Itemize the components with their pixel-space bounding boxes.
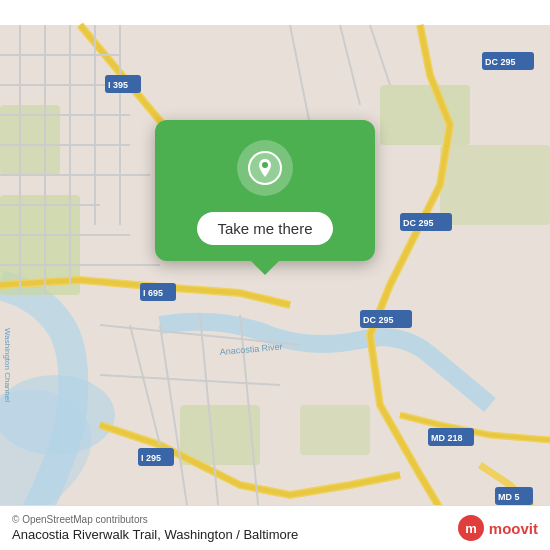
svg-text:I 295: I 295 xyxy=(141,453,161,463)
svg-text:I 695: I 695 xyxy=(143,288,163,298)
popup-card: Take me there xyxy=(155,120,375,261)
svg-rect-6 xyxy=(180,405,260,465)
svg-text:DC 295: DC 295 xyxy=(403,218,434,228)
svg-rect-4 xyxy=(380,85,470,145)
svg-text:DC 295: DC 295 xyxy=(363,315,394,325)
location-name: Anacostia Riverwalk Trail, Washington / … xyxy=(12,527,298,542)
svg-point-49 xyxy=(262,162,268,168)
map-container: I 395 DC 295 DC 295 DC 295 I 695 I 295 M… xyxy=(0,0,550,550)
moovit-text: moovit xyxy=(489,520,538,537)
osm-attribution: © OpenStreetMap contributors xyxy=(12,514,298,525)
svg-text:Washington Channel: Washington Channel xyxy=(3,328,12,402)
svg-rect-7 xyxy=(300,405,370,455)
svg-text:DC 295: DC 295 xyxy=(485,57,516,67)
location-pin-icon xyxy=(248,151,282,185)
bottom-bar: © OpenStreetMap contributors Anacostia R… xyxy=(0,505,550,550)
moovit-logo: m moovit xyxy=(457,514,538,542)
location-icon-wrapper xyxy=(237,140,293,196)
map-background: I 395 DC 295 DC 295 DC 295 I 695 I 295 M… xyxy=(0,0,550,550)
moovit-icon: m xyxy=(457,514,485,542)
svg-text:MD 218: MD 218 xyxy=(431,433,463,443)
svg-text:MD 5: MD 5 xyxy=(498,492,520,502)
take-me-there-button[interactable]: Take me there xyxy=(197,212,332,245)
bottom-bar-left: © OpenStreetMap contributors Anacostia R… xyxy=(12,514,298,542)
svg-text:I 395: I 395 xyxy=(108,80,128,90)
svg-text:m: m xyxy=(465,521,477,536)
svg-rect-5 xyxy=(440,145,550,225)
